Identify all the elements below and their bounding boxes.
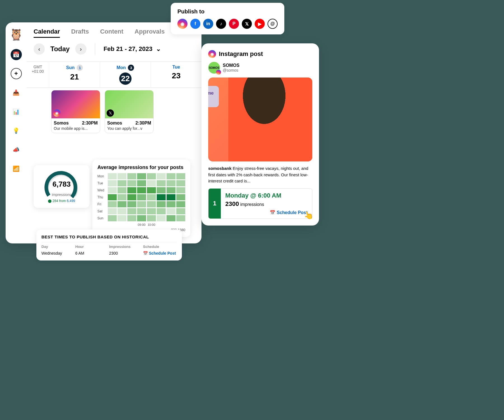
heatmap-cell[interactable]	[127, 173, 136, 179]
tab-approvals[interactable]: Approvals	[135, 28, 165, 38]
pinterest-icon[interactable]: P	[229, 19, 239, 29]
heatmap-cell[interactable]	[108, 173, 117, 179]
facebook-icon[interactable]: f	[190, 19, 200, 29]
heatmap-cell[interactable]	[137, 215, 146, 221]
heatmap-cell[interactable]	[108, 187, 117, 193]
heatmap-cell[interactable]	[167, 194, 175, 200]
heatmap-cell[interactable]	[167, 215, 175, 221]
heatmap-cell[interactable]	[108, 201, 117, 207]
heatmap-cell[interactable]	[127, 208, 136, 214]
heatmap-cell[interactable]	[167, 180, 175, 186]
profile-name: SOMOS	[223, 63, 240, 68]
heatmap-title: Average impressions for your posts	[97, 165, 185, 170]
heatmap-cell[interactable]	[118, 194, 126, 200]
heatmap-cell[interactable]	[157, 173, 166, 179]
x-icon: 𝕏	[107, 109, 114, 117]
prev-button[interactable]: ‹	[34, 43, 45, 55]
heatmap-cell[interactable]	[118, 173, 126, 179]
heatmap-cell[interactable]	[157, 215, 166, 221]
advertise-icon[interactable]: 📶	[11, 163, 22, 174]
heatmap-cell[interactable]	[127, 201, 136, 207]
heatmap-cell[interactable]	[127, 180, 136, 186]
heatmap-cell[interactable]	[137, 187, 146, 193]
today-button[interactable]: Today	[50, 45, 70, 53]
scheduled-post-card[interactable]: ◉ Somos2:30PM Our mobile app is...	[51, 90, 100, 133]
tab-calendar[interactable]: Calendar	[34, 28, 60, 38]
heatmap-cell[interactable]	[167, 201, 175, 207]
calendar-nav-icon[interactable]: 📅	[11, 49, 22, 60]
scheduled-post-card[interactable]: 𝕏 Somos2:30PM You can apply for...v	[105, 90, 154, 133]
youtube-icon[interactable]: ▶	[255, 19, 265, 29]
tabs: Calendar Drafts Content Approvals	[34, 28, 165, 38]
heatmap-cell[interactable]	[147, 173, 156, 179]
gauge-value: 6,783	[43, 180, 80, 189]
heatmap-cell[interactable]	[147, 201, 156, 207]
heatmap-cell[interactable]	[118, 208, 126, 214]
heatmap-cell[interactable]	[157, 180, 166, 186]
heatmap-cell[interactable]	[118, 180, 126, 186]
inbox-icon[interactable]: 📥	[11, 87, 22, 98]
tiktok-icon[interactable]: ♪	[216, 19, 226, 29]
heatmap-cell[interactable]	[147, 180, 156, 186]
inspiration-icon[interactable]: 💡	[11, 125, 22, 136]
heatmap-cell[interactable]	[147, 215, 156, 221]
day-col-sun[interactable]: Sun1 21	[49, 62, 100, 88]
heatmap-cell[interactable]	[167, 173, 175, 179]
instagram-icon[interactable]: ◉	[177, 19, 187, 29]
suggested-time: Monday @ 6:00 AM	[225, 192, 308, 199]
heatmap-cell[interactable]	[108, 180, 117, 186]
heatmap-cell[interactable]	[176, 180, 185, 186]
heatmap-cell[interactable]	[157, 208, 166, 214]
heatmap-cell[interactable]	[176, 201, 185, 207]
heatmap-cell[interactable]	[157, 201, 166, 207]
post-thumbnail: 𝕏	[105, 90, 153, 118]
schedule-post-button[interactable]: 📅 Schedule Post	[225, 210, 308, 215]
heatmap-cell[interactable]	[127, 215, 136, 221]
heatmap-cell[interactable]	[137, 201, 146, 207]
divider	[95, 43, 95, 55]
heatmap-cell[interactable]	[157, 187, 166, 193]
publish-title: Publish to	[177, 8, 278, 15]
threads-icon[interactable]: @	[268, 19, 278, 29]
compose-icon[interactable]: +	[11, 68, 22, 79]
heatmap-cell[interactable]	[147, 187, 156, 193]
heatmap-cell[interactable]	[176, 173, 185, 179]
heatmap-cell[interactable]	[176, 215, 185, 221]
heatmap-cell[interactable]	[137, 180, 146, 186]
heatmap-cell[interactable]	[167, 208, 175, 214]
heatmap-cell[interactable]	[118, 187, 126, 193]
amplify-icon[interactable]: 📣	[11, 144, 22, 155]
linkedin-icon[interactable]: in	[203, 19, 213, 29]
heatmap-cell[interactable]	[127, 187, 136, 193]
instagram-icon: ◉	[208, 50, 216, 58]
heatmap-cell[interactable]	[118, 215, 126, 221]
day-col-tue[interactable]: Tue 23	[151, 62, 201, 88]
calendar-grid: GMT +01:00 Sun1 21 Mon3 22 Tue 23 ◉ Somo…	[27, 62, 201, 135]
next-button[interactable]: ›	[75, 43, 86, 55]
heatmap-cell[interactable]	[118, 201, 126, 207]
heatmap-cell[interactable]	[108, 208, 117, 214]
schedule-post-link[interactable]: 📅 Schedule Post	[143, 251, 177, 255]
tab-drafts[interactable]: Drafts	[71, 28, 89, 38]
heatmap-cell[interactable]	[137, 208, 146, 214]
date-range-picker[interactable]: Feb 21 - 27, 2023⌄	[104, 45, 161, 53]
x-twitter-icon[interactable]: 𝕏	[242, 19, 252, 29]
heatmap-cell[interactable]	[137, 173, 146, 179]
owl-logo-icon: 🦉	[9, 28, 23, 41]
heatmap-cell[interactable]	[108, 215, 117, 221]
heatmap-cell[interactable]	[176, 194, 185, 200]
best-times-card: BEST TIMES TO PUBLISH BASED ON HISTORICA…	[36, 229, 182, 261]
heatmap-cell[interactable]	[176, 208, 185, 214]
heatmap-cell[interactable]	[167, 187, 175, 193]
heatmap-cell[interactable]	[147, 208, 156, 214]
heatmap-card: Average impressions for your posts MonTu…	[92, 159, 190, 237]
heatmap-cell[interactable]	[137, 194, 146, 200]
analytics-icon[interactable]: 📊	[11, 106, 22, 117]
heatmap-cell[interactable]	[176, 187, 185, 193]
heatmap-cell[interactable]	[108, 194, 117, 200]
heatmap-cell[interactable]	[127, 194, 136, 200]
heatmap-cell[interactable]	[157, 194, 166, 200]
heatmap-cell[interactable]	[147, 194, 156, 200]
tab-content[interactable]: Content	[100, 28, 123, 38]
day-col-mon[interactable]: Mon3 22	[100, 62, 151, 88]
